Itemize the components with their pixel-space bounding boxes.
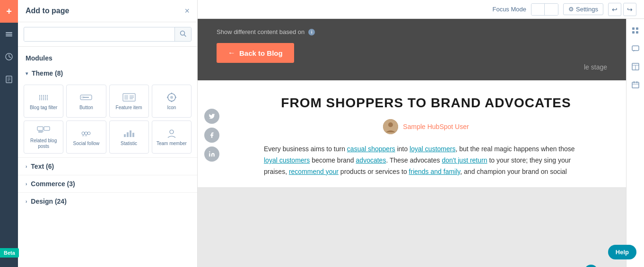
button-module-icon <box>78 92 94 103</box>
svg-rect-47 <box>632 82 639 88</box>
author-avatar <box>383 119 398 134</box>
toggle-btn-1[interactable] <box>531 4 545 15</box>
svg-rect-31 <box>124 134 126 137</box>
module-item-blog-tag-filter[interactable]: Blog tag filter <box>24 85 63 118</box>
svg-point-28 <box>82 132 85 135</box>
right-sidebar-comment-icon[interactable] <box>627 41 644 57</box>
module-item-feature-item[interactable]: Feature item <box>109 85 149 118</box>
info-bubble[interactable]: i <box>584 265 598 267</box>
redo-button[interactable]: ↪ <box>623 3 636 16</box>
statistic-svg <box>122 129 136 138</box>
add-to-page-icon-btn[interactable]: + <box>0 0 18 23</box>
show-content-label: Show different content based on <box>217 28 305 35</box>
right-sidebar-calendar-icon[interactable] <box>627 77 644 93</box>
right-sidebar-layout-icon[interactable] <box>627 59 644 75</box>
right-sidebar-grid-icon[interactable] <box>627 23 644 39</box>
show-content-bar: Show different content based on i <box>217 28 607 35</box>
grid-icon <box>632 27 639 34</box>
team-member-svg <box>165 129 178 138</box>
button-icon <box>79 93 93 102</box>
blog-body: FROM SHOPPERS TO BRAND ADVOCATES S <box>226 80 626 187</box>
back-to-blog-button[interactable]: ← Back to Blog <box>217 43 294 63</box>
module-label-icon: Icon <box>167 105 176 111</box>
commerce-chevron-icon: › <box>26 181 27 187</box>
module-item-team-member[interactable]: Team member <box>152 121 191 154</box>
svg-point-36 <box>209 151 210 152</box>
icon-module-icon <box>164 92 179 103</box>
theme-section-label: Theme (8) <box>32 69 63 77</box>
svg-rect-33 <box>130 130 131 137</box>
design-chevron-icon: › <box>26 199 27 204</box>
svg-rect-2 <box>6 35 12 36</box>
focus-mode-label: Focus Mode <box>492 6 526 13</box>
show-content-info-icon[interactable]: i <box>308 29 315 35</box>
statistic-icon <box>122 128 137 139</box>
text-chevron-icon: › <box>26 164 27 169</box>
twitter-share-icon[interactable] <box>204 109 219 124</box>
svg-point-29 <box>85 132 87 135</box>
pages-icon-btn[interactable] <box>0 68 18 91</box>
icon-module-svg <box>166 92 177 103</box>
commerce-section-label: Commerce (3) <box>31 180 75 188</box>
social-sidebar <box>198 80 226 187</box>
top-bar: Focus Mode ⚙ Settings ↩ ↪ <box>198 0 644 19</box>
blog-tag-filter-icon <box>36 92 51 103</box>
svg-rect-14 <box>124 95 128 100</box>
svg-rect-34 <box>132 133 134 137</box>
text-section-header[interactable]: › Text (6) <box>18 157 197 175</box>
panel-close-button[interactable]: × <box>184 7 190 15</box>
facebook-icon <box>209 132 215 138</box>
module-label-button: Button <box>79 105 93 111</box>
module-item-icon[interactable]: Icon <box>152 85 191 118</box>
icon-bar: + <box>0 0 18 267</box>
main-content: Focus Mode ⚙ Settings ↩ ↪ S <box>198 0 644 267</box>
feature-icon <box>122 93 136 102</box>
svg-rect-40 <box>636 27 638 30</box>
toggle-group <box>531 3 558 16</box>
svg-rect-43 <box>632 46 639 51</box>
social-follow-icon <box>78 128 94 139</box>
theme-section-header[interactable]: ▾ Theme (8) <box>18 66 197 81</box>
blog-header: Show different content based on i ← Back… <box>198 19 626 80</box>
svg-rect-32 <box>127 132 129 137</box>
social-follow-svg <box>79 129 93 138</box>
pages-icon <box>5 75 13 84</box>
right-sidebar <box>626 19 644 267</box>
modules-label: Modules <box>18 52 197 66</box>
settings-button[interactable]: ⚙ Settings <box>563 3 603 15</box>
svg-rect-25 <box>44 127 50 130</box>
related-blog-svg <box>37 126 50 135</box>
module-item-statistic[interactable]: Statistic <box>109 121 149 154</box>
comment-icon <box>632 45 639 52</box>
svg-point-38 <box>388 122 393 127</box>
module-item-related-blog-posts[interactable]: Related blog posts <box>24 121 63 154</box>
svg-rect-24 <box>37 127 43 130</box>
calendar-icon <box>632 81 639 88</box>
module-item-social-follow[interactable]: Social follow <box>66 121 106 154</box>
panel-search-area <box>18 22 197 47</box>
undo-button[interactable]: ↩ <box>608 3 621 16</box>
svg-point-19 <box>170 96 173 99</box>
facebook-share-icon[interactable] <box>204 128 219 143</box>
svg-rect-0 <box>6 32 12 33</box>
modules-grid: Blog tag filter Button <box>18 81 197 157</box>
page-content: Show different content based on i ← Back… <box>198 19 626 187</box>
blog-body-text: Every business aims to turn casual shopp… <box>264 144 588 177</box>
performance-icon-btn[interactable] <box>0 45 18 68</box>
author-name: Sample HubSpot User <box>403 123 469 130</box>
toggle-btn-2[interactable] <box>545 4 558 15</box>
help-button[interactable]: Help <box>608 245 636 259</box>
commerce-section-header[interactable]: › Commerce (3) <box>18 175 197 192</box>
module-label-feature-item: Feature item <box>116 105 142 111</box>
search-input[interactable] <box>24 28 174 41</box>
theme-chevron-icon: ▾ <box>26 71 28 76</box>
layers-icon <box>5 30 13 38</box>
undo-redo-group: ↩ ↪ <box>608 3 636 16</box>
add-to-page-panel: Add to page × Modules ▾ Theme (8) <box>18 0 198 267</box>
design-section-header[interactable]: › Design (24) <box>18 192 197 210</box>
layers-icon-btn[interactable] <box>0 23 18 45</box>
search-button[interactable] <box>174 27 191 41</box>
svg-rect-42 <box>636 31 638 34</box>
module-item-button[interactable]: Button <box>66 85 106 118</box>
linkedin-share-icon[interactable] <box>204 146 219 162</box>
